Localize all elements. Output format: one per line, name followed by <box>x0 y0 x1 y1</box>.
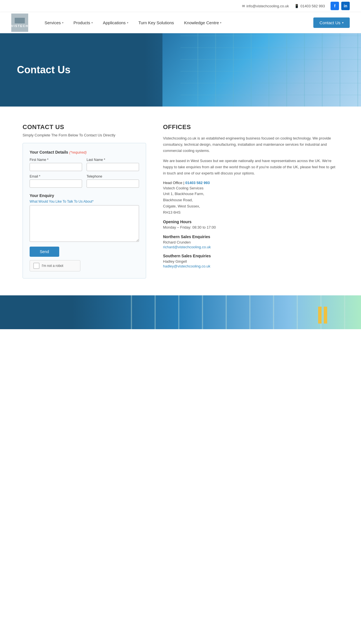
social-icons: f in <box>331 2 350 10</box>
linkedin-icon[interactable]: in <box>341 2 350 10</box>
contact-form-section: CONTACT US Simply Complete The Form Belo… <box>23 123 146 278</box>
northern-sales-name: Richard Crunden <box>163 240 338 244</box>
offices-desc-2: We are based in West Sussex but we opera… <box>163 158 338 176</box>
contact-details-label: Your Contact Details <box>30 150 68 154</box>
hours-title: Opening Hours <box>163 220 338 224</box>
recaptcha-checkbox[interactable] <box>33 263 39 269</box>
telephone-label: Telephone <box>87 174 139 178</box>
top-bar-contact: ✉ info@vistechcooling.co.uk 📱 01403 582 … <box>242 4 325 8</box>
required-note: (*required) <box>69 150 87 154</box>
form-container: Your Contact Details (*required) First N… <box>23 143 146 278</box>
footer-yellow-bar-2 <box>318 307 322 324</box>
office-address: Unit 1, Blackhouse Farm, Blackhouse Road… <box>163 191 338 216</box>
email-icon: ✉ <box>242 4 245 8</box>
bottom-spacer <box>0 329 361 419</box>
chevron-down-icon: ▾ <box>220 21 221 24</box>
southern-sales-title: Southern Sales Enquiries <box>163 254 338 258</box>
phone-contact: 📱 01403 582 993 <box>294 4 325 8</box>
nav-item-applications[interactable]: Applications ▾ <box>98 12 133 33</box>
facebook-icon[interactable]: f <box>331 2 339 10</box>
hero-section: Contact Us <box>0 33 361 107</box>
nav-item-knowledge[interactable]: Knowledge Centre ▾ <box>179 12 226 33</box>
main-content: CONTACT US Simply Complete The Form Belo… <box>11 107 350 295</box>
recaptcha-text: I'm not a robot <box>42 264 63 268</box>
contact-us-button[interactable]: Contact Us ▾ <box>313 17 350 28</box>
nav-links: Services ▾ Products ▾ Applications ▾ Tur… <box>39 12 350 33</box>
offices-section: OFFICES Vistechcooling.co.uk is an estab… <box>163 123 338 273</box>
send-button[interactable]: Send <box>30 247 59 257</box>
footer-image-band <box>0 295 361 329</box>
logo-text: VISTECH <box>11 24 28 28</box>
enquiry-title: Your Enquiry <box>30 193 139 198</box>
telephone-field: Telephone <box>87 174 139 188</box>
last-name-label: Last Name * <box>87 158 139 162</box>
top-bar: ✉ info@vistechcooling.co.uk 📱 01403 582 … <box>0 0 361 12</box>
email-contact: ✉ info@vistechcooling.co.uk <box>242 4 289 8</box>
footer-image-inner <box>108 295 361 329</box>
logo[interactable]: VISTECH <box>11 14 28 32</box>
offices-title: OFFICES <box>163 123 338 131</box>
nav-item-turnkey[interactable]: Turn Key Solutions <box>133 12 179 33</box>
last-name-input[interactable] <box>87 163 139 171</box>
phone-icon: 📱 <box>294 4 299 8</box>
email-field: Email * <box>30 174 82 188</box>
chevron-down-icon: ▾ <box>127 21 128 24</box>
northern-sales-title: Northern Sales Enquiries <box>163 234 338 239</box>
nav-item-products[interactable]: Products ▾ <box>69 12 98 33</box>
enquiry-label: What Would You Like To Talk To Us About* <box>30 200 139 203</box>
first-name-input[interactable] <box>30 163 82 171</box>
chevron-down-icon: ▾ <box>91 21 93 24</box>
southern-sales-name: Hadley Gingell <box>163 259 338 264</box>
last-name-field: Last Name * <box>87 158 139 171</box>
contact-section-subtitle: Simply Complete The Form Below To Contac… <box>23 133 146 137</box>
email-label: Email * <box>30 174 82 178</box>
chevron-down-icon: ▾ <box>62 21 63 24</box>
hero-title: Contact Us <box>0 64 71 76</box>
first-name-label: First Name * <box>30 158 82 162</box>
enquiry-textarea[interactable] <box>30 205 139 242</box>
southern-sales-email[interactable]: hadley@vistechcooling.co.uk <box>163 264 338 268</box>
footer-yellow-bar-1 <box>324 307 327 324</box>
northern-sales-email[interactable]: richard@vistechcooling.co.uk <box>163 245 338 249</box>
logo-box: VISTECH <box>11 14 28 32</box>
contact-details-header: Your Contact Details (*required) <box>30 150 139 154</box>
hero-scaffolding <box>180 33 361 107</box>
navbar: VISTECH Services ▾ Products ▾ Applicatio… <box>0 12 361 33</box>
offices-desc-1: Vistechcooling.co.uk is an established e… <box>163 135 338 154</box>
logo-top <box>15 18 25 23</box>
nav-item-services[interactable]: Services ▾ <box>39 12 69 33</box>
enquiry-section: Your Enquiry What Would You Like To Talk… <box>30 193 139 243</box>
company-name: Vistech Cooling Services <box>163 186 338 190</box>
head-office-phone[interactable]: 01403 582 993 <box>185 181 210 185</box>
hours-text: Monday – Friday: 08:30 to 17:00 <box>163 225 338 229</box>
name-row: First Name * Last Name * <box>30 158 139 171</box>
first-name-field: First Name * <box>30 158 82 171</box>
recaptcha: I'm not a robot <box>30 260 80 271</box>
contact-section-title: CONTACT US <box>23 123 146 131</box>
contact-row: Email * Telephone <box>30 174 139 188</box>
email-input[interactable] <box>30 180 82 188</box>
head-office-line: Head Office | 01403 582 993 <box>163 181 338 185</box>
telephone-input[interactable] <box>87 180 139 188</box>
chevron-down-icon: ▾ <box>342 21 344 24</box>
